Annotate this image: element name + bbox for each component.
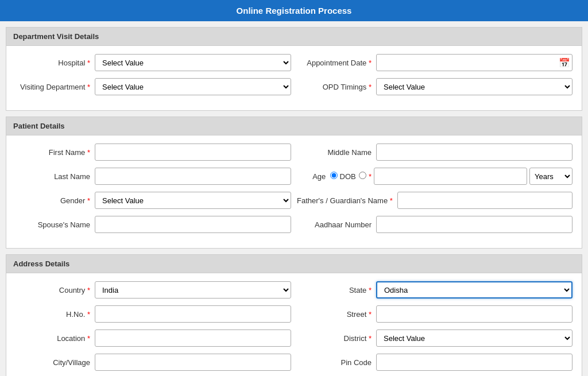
first-name-label: First Name *	[16, 148, 90, 157]
appointment-date-input[interactable]	[376, 54, 572, 71]
hospital-select[interactable]: Select Value	[95, 54, 291, 71]
visiting-dept-select[interactable]: Select Value	[95, 78, 291, 95]
opd-timings-select[interactable]: Select Value	[376, 78, 572, 95]
address-section: Address Details Country * India State *	[6, 254, 582, 376]
fathers-name-input[interactable]	[397, 192, 572, 209]
district-select[interactable]: Select Value	[376, 330, 572, 347]
visiting-dept-label: Visiting Department *	[16, 83, 90, 91]
spouses-name-label: Spouse's Name	[16, 220, 90, 229]
page-header: Online Registration Process	[0, 0, 588, 21]
city-input[interactable]	[95, 354, 291, 371]
country-select[interactable]: India	[95, 281, 291, 299]
location-input[interactable]	[95, 330, 291, 347]
patient-section: Patient Details First Name * Middle Name	[6, 117, 582, 249]
department-section-header: Department Visit Details	[6, 28, 582, 46]
fathers-name-label: Father's / Guardian's Name *	[297, 196, 393, 205]
aadhaar-label: Aadhaar Number	[297, 220, 372, 229]
age-radio[interactable]	[330, 172, 338, 179]
gender-select[interactable]: Select Value	[95, 192, 291, 209]
page-title: Online Registration Process	[237, 6, 352, 15]
calendar-icon[interactable]: 📅	[559, 57, 570, 68]
middle-name-label: Middle Name	[297, 148, 372, 157]
dob-radio[interactable]	[359, 172, 366, 179]
patient-section-header: Patient Details	[6, 117, 582, 135]
city-label: City/Village	[16, 358, 90, 367]
gender-label: Gender *	[16, 196, 90, 205]
appointment-date-label: Appointment Date *	[297, 59, 372, 67]
district-label: District *	[297, 334, 372, 343]
age-input[interactable]	[374, 168, 527, 185]
pincode-input[interactable]	[376, 354, 572, 371]
hospital-label: Hospital *	[16, 59, 90, 67]
state-select[interactable]: Odisha	[376, 281, 572, 299]
street-label: Street *	[297, 310, 372, 319]
country-label: Country *	[16, 286, 90, 294]
pincode-label: Pin Code	[297, 358, 372, 367]
opd-timings-label: OPD Timings *	[297, 83, 372, 91]
department-section: Department Visit Details Hospital * Sele…	[6, 27, 582, 111]
hno-label: H.No. *	[16, 310, 90, 319]
aadhaar-input[interactable]	[376, 216, 572, 233]
hno-input[interactable]	[95, 305, 291, 323]
street-input[interactable]	[376, 305, 572, 323]
spouses-name-input[interactable]	[95, 216, 291, 233]
state-label: State *	[297, 286, 372, 294]
last-name-input[interactable]	[95, 168, 291, 185]
years-select[interactable]: Years Months Days	[529, 168, 572, 185]
middle-name-input[interactable]	[376, 144, 572, 161]
last-name-label: Last Name	[16, 172, 90, 181]
first-name-input[interactable]	[95, 144, 291, 161]
age-dob-label: Age DOB *	[297, 172, 372, 181]
appointment-date-wrapper: 📅	[376, 54, 572, 71]
address-section-header: Address Details	[6, 255, 582, 273]
location-label: Location *	[16, 334, 90, 343]
